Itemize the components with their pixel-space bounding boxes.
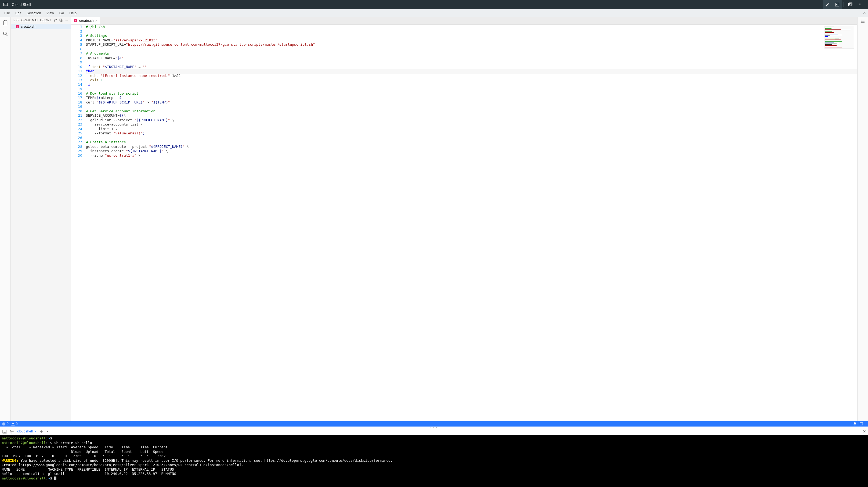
svg-point-13 <box>67 20 68 21</box>
files-icon[interactable] <box>2 19 9 26</box>
outline-icon[interactable] <box>861 19 865 24</box>
menubar-close-icon[interactable]: × <box>863 10 866 16</box>
search-icon[interactable] <box>2 31 9 37</box>
tab-close-icon[interactable]: × <box>95 19 97 23</box>
terminal-tab-close-icon[interactable]: × <box>34 429 36 433</box>
file-item[interactable]: $ create.sh <box>11 24 71 29</box>
explorer-label: EXPLORER: MATTOCCI27 <box>13 19 52 22</box>
explorer-sidebar: EXPLORER: MATTOCCI27 $ create.sh <box>11 17 71 421</box>
svg-rect-1 <box>835 3 839 6</box>
svg-rect-10 <box>60 19 62 21</box>
refresh-icon[interactable] <box>54 18 58 22</box>
editor-tabs: $ create.sh × <box>71 17 857 25</box>
terminal-icon[interactable] <box>832 0 842 9</box>
notifications-icon[interactable] <box>853 422 857 426</box>
tab-create-sh[interactable]: $ create.sh × <box>71 17 100 25</box>
menu-edit[interactable]: Edit <box>12 10 24 16</box>
titlebar: Cloud Shell <box>0 0 868 9</box>
svg-rect-2 <box>848 3 851 6</box>
menu-file[interactable]: File <box>2 10 12 16</box>
svg-text:$: $ <box>75 19 76 22</box>
menu-view[interactable]: View <box>44 10 57 16</box>
popout-icon[interactable] <box>845 0 855 9</box>
terminal-tab-label: cloudshell <box>17 429 33 433</box>
code-area[interactable]: 1234567891011121314151617181920212223242… <box>71 25 857 421</box>
svg-point-9 <box>3 32 6 35</box>
cloud-shell-icon <box>3 2 8 7</box>
svg-rect-0 <box>4 3 8 6</box>
terminal-tabs: cloudshell × × <box>0 428 868 435</box>
code-content[interactable]: #!/bin/sh# SettingsPROJECT_NAME="silver-… <box>86 25 857 421</box>
svg-point-19 <box>861 21 861 22</box>
status-warnings[interactable]: 0 <box>11 422 18 426</box>
settings-icon[interactable] <box>10 429 14 434</box>
more-icon[interactable] <box>64 18 68 22</box>
minimap[interactable] <box>825 26 854 49</box>
status-errors[interactable]: 0 <box>2 422 9 426</box>
svg-point-6 <box>860 6 861 6</box>
terminal-panel-close-icon[interactable]: × <box>863 429 866 434</box>
workspace: EXPLORER: MATTOCCI27 $ create.sh $ <box>0 17 868 421</box>
add-terminal-icon[interactable] <box>39 430 43 433</box>
svg-point-5 <box>860 4 861 5</box>
tab-label: create.sh <box>79 19 93 23</box>
activity-bar <box>0 17 11 421</box>
terminal-tab[interactable]: cloudshell × <box>17 429 37 434</box>
explorer-header: EXPLORER: MATTOCCI27 <box>11 17 71 24</box>
collapse-icon[interactable] <box>59 18 63 22</box>
terminal-panel: • • • cloudshell × × mattocci27@cloudshe… <box>0 427 868 487</box>
svg-point-18 <box>861 20 861 21</box>
menu-help[interactable]: Help <box>67 10 79 16</box>
shell-file-icon: $ <box>16 25 19 28</box>
svg-point-12 <box>66 20 67 21</box>
outline-bar <box>857 17 868 421</box>
svg-rect-22 <box>860 423 863 425</box>
menu-go[interactable]: Go <box>57 10 67 16</box>
svg-rect-7 <box>3 21 7 25</box>
terminal-dropdown-icon[interactable] <box>46 430 49 433</box>
terminal-output[interactable]: mattocci27@cloudshell:~$ mattocci27@clou… <box>0 435 868 487</box>
svg-point-24 <box>11 431 12 432</box>
keyboard-icon[interactable] <box>2 430 7 433</box>
menu-selection[interactable]: Selection <box>24 10 43 16</box>
line-gutter: 1234567891011121314151617181920212223242… <box>71 25 86 421</box>
titlebar-title: Cloud Shell <box>12 2 823 7</box>
file-name: create.sh <box>21 25 35 28</box>
svg-point-11 <box>65 20 65 21</box>
svg-rect-3 <box>849 3 852 5</box>
menubar: File Edit Selection View Go Help × <box>0 9 868 17</box>
layout-icon[interactable] <box>859 422 863 426</box>
edit-icon[interactable] <box>823 0 832 9</box>
svg-text:$: $ <box>17 26 18 28</box>
more-icon[interactable] <box>855 0 865 9</box>
editor: $ create.sh × 12345678910111213141516171… <box>71 17 857 421</box>
titlebar-actions <box>823 0 865 9</box>
shell-file-icon: $ <box>74 19 78 23</box>
titlebar-divider <box>843 2 844 7</box>
svg-point-4 <box>860 3 861 3</box>
svg-point-20 <box>861 22 861 23</box>
